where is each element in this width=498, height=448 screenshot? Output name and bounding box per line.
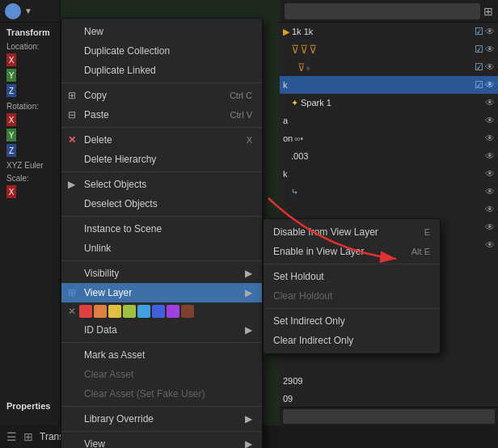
disable-from-view-shortcut: E [424,227,430,237]
color-swatch-lime[interactable] [123,305,136,318]
row-2909-label: 2909 [283,376,302,386]
menu-item-copy[interactable]: ⊞ Copy Ctrl C [61,86,262,105]
sidebar-dropdown-icon[interactable]: ▼ [24,6,32,15]
menu-item-clear-asset[interactable]: Clear Asset [61,365,262,384]
eye-icon[interactable]: 👁 [485,97,495,108]
eye-icon[interactable]: 👁 [485,133,495,144]
eye-icon[interactable]: 👁 [485,115,495,126]
eye-icon[interactable]: 👁 [485,61,495,73]
menu-icon[interactable]: ☰ [6,430,17,443]
color-swatch-blue[interactable] [152,305,165,318]
row-icons: 👁 [485,239,495,251]
submenu-disable-from-view[interactable]: Disable from View Layer E [264,222,440,242]
editor-type-icon[interactable]: ⊞ [23,430,33,443]
menu-item-duplicate-collection[interactable]: Duplicate Collection [61,41,262,61]
row-icons: ☑ 👁 [475,44,495,55]
menu-item-paste[interactable]: ⊟ Paste Ctrl V [61,105,262,125]
menu-item-mark-as-asset[interactable]: Mark as Asset [61,345,262,365]
properties-section: Properties [0,396,61,416]
submenu-enable-in-view[interactable]: Enable in View Layer Alt E [264,242,440,261]
visibility-checkbox[interactable]: ☑ [475,44,483,55]
outliner-row[interactable]: ⊽ ₉ ☑ 👁 [280,58,498,76]
eye-icon[interactable]: 👁 [485,204,495,215]
outliner-row[interactable]: k 👁 [280,165,498,183]
menu-divider-8 [61,431,262,432]
filter-icon[interactable]: ⊞ [483,5,493,18]
eye-icon[interactable]: 👁 [485,44,495,55]
id-data-label: ID Data [84,324,117,336]
menu-item-id-data[interactable]: ID Data ▶ [61,320,262,340]
outliner-row-arrow[interactable]: ⤷ 👁 [280,183,498,201]
outliner-row[interactable]: a 👁 [280,112,498,129]
outliner-row[interactable]: ⊽ ⊽ ⊽ ☑ 👁 [280,40,498,58]
visibility-checkbox[interactable]: ☑ [475,79,483,91]
menu-item-select-objects[interactable]: ▶ Select Objects [61,175,262,194]
menu-item-delete[interactable]: ✕ Delete X [61,130,262,150]
row-icons: 👁 [485,204,495,215]
menu-item-delete-hierarchy[interactable]: Delete Hierarchy [61,150,262,169]
menu-item-clear-asset-fake[interactable]: Clear Asset (Set Fake User) [61,384,262,404]
menu-item-new[interactable]: New [61,22,262,41]
menu-item-deselect-objects[interactable]: Deselect Objects [61,194,262,213]
submenu-clear-holdout[interactable]: Clear Holdout [264,286,440,306]
set-holdout-label: Set Holdout [273,271,324,282]
collection-arrow3-icon: ⊽ [309,43,317,56]
menu-item-view[interactable]: View ▶ [61,434,262,448]
menu-divider-7 [61,406,262,407]
paste-icon: ⊟ [68,109,76,120]
row-09[interactable]: 09 [280,390,498,408]
enable-in-view-shortcut: Alt E [411,247,430,256]
copy-icon: ⊞ [68,90,76,101]
eye-icon[interactable]: 👁 [485,222,495,233]
submenu-clear-indirect[interactable]: Clear Indirect Only [264,331,440,350]
color-swatch-red[interactable] [79,305,92,318]
menu-item-library-override[interactable]: Library Override ▶ [61,409,262,429]
color-swatch-purple[interactable] [167,305,179,318]
color-swatch-brown[interactable] [181,305,194,318]
on-annotation: ∞• [294,134,303,143]
color-swatch-orange[interactable] [94,305,107,318]
submenu-set-holdout[interactable]: Set Holdout [264,267,440,286]
row-icons-selected: ☑ 👁 [475,79,495,91]
clear-indirect-label: Clear Indirect Only [273,335,353,346]
id-data-arrow-icon: ▶ [245,324,252,336]
eye-icon[interactable]: 👁 [485,79,495,91]
row-icons: 👁 [485,150,495,162]
paste-label: Paste [84,109,109,120]
outliner-row[interactable]: on ∞• 👁 [280,129,498,147]
eye-icon[interactable]: 👁 [485,168,495,180]
eye-icon[interactable]: 👁 [485,239,495,251]
eye-icon[interactable]: 👁 [485,186,495,197]
row-2909[interactable]: 2909 [280,372,498,390]
menu-item-visibility[interactable]: Visibility ▶ [61,264,262,283]
dup-collection-label: Duplicate Collection [84,45,170,57]
visibility-checkbox[interactable]: ☑ [475,61,483,73]
rotation-z-row: Z [0,143,60,158]
visibility-checkbox[interactable]: ☑ [475,26,483,37]
select-objects-label: Select Objects [84,179,146,190]
outliner-row[interactable]: 👁 [280,201,498,218]
outliner-search-input[interactable] [285,3,480,19]
submenu-set-indirect[interactable]: Set Indirect Only [264,311,440,331]
menu-item-unlink[interactable]: Unlink [61,239,262,258]
outliner-row[interactable]: ✦ Spark 1 👁 [280,94,498,112]
row-icons: 👁 [485,97,495,108]
view-layer-arrow-icon: ▶ [245,287,252,298]
menu-divider [61,82,262,83]
menu-item-view-layer[interactable]: ⊞ View Layer ▶ [61,283,262,302]
outliner-row-selected[interactable]: k ☑ 👁 [280,76,498,94]
color-swatch-cyan[interactable] [137,305,150,318]
menu-item-duplicate-linked[interactable]: Duplicate Linked [61,61,262,80]
outliner-row[interactable]: .003 👁 [280,147,498,165]
eye-icon[interactable]: 👁 [485,150,495,162]
outliner-row[interactable]: ▶ 1k 1k ☑ 👁 [280,23,498,40]
eye-icon[interactable]: 👁 [485,26,495,37]
row-icons: 👁 [485,115,495,126]
palette-clear-icon[interactable]: ✕ [68,306,76,317]
outliner-bottom-search-input[interactable] [283,409,495,424]
rotation-x-row: X [0,112,60,127]
menu-item-instance-to-scene[interactable]: Instance to Scene [61,219,262,239]
spark-icon: ✦ [291,98,298,108]
library-override-arrow-icon: ▶ [245,413,252,425]
color-swatch-yellow[interactable] [108,305,121,318]
